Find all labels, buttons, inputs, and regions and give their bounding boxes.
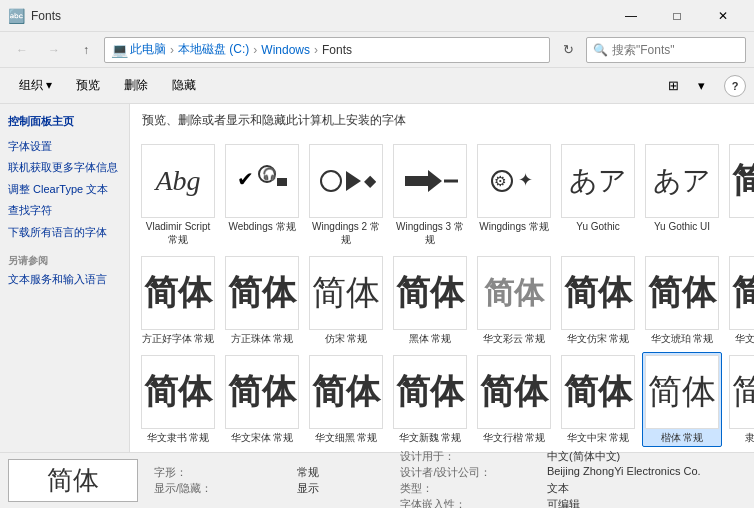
font-preview-box: あア <box>561 144 635 218</box>
font-preview-box: 简体 <box>309 256 383 330</box>
font-name-label: 方正好字体 常规 <box>142 332 215 345</box>
font-preview-box: ⚙ ✦ <box>477 144 551 218</box>
svg-marker-7 <box>405 170 442 192</box>
font-item[interactable]: 简体隶书 常规 <box>726 352 754 447</box>
font-name-label: 华文中宋 常规 <box>567 431 630 444</box>
font-item[interactable]: 简体仿宋 常规 <box>306 253 386 348</box>
content-area: 预览、删除或者显示和隐藏此计算机上安装的字体 AbgVladimir Scrip… <box>130 104 754 452</box>
breadcrumb-drive[interactable]: 本地磁盘 (C:) <box>178 41 249 58</box>
font-item[interactable]: 简体新宋体 常规 <box>306 451 386 452</box>
font-preview-box: 简体 <box>141 355 215 429</box>
type-value: 文本 <box>547 481 746 496</box>
breadcrumb-icon: 💻 <box>111 42 128 58</box>
svg-text:◆: ◆ <box>364 172 376 189</box>
font-preview-box: 简体 <box>393 355 467 429</box>
font-name-label: Vladimir Script 常规 <box>141 220 215 246</box>
font-item[interactable]: 简体华文中宋 常规 <box>558 352 638 447</box>
font-preview-box: 简体 <box>729 144 754 218</box>
font-item[interactable]: 简体方正好字体 常规 <box>138 253 218 348</box>
forward-button[interactable]: → <box>40 36 68 64</box>
delete-button[interactable]: 删除 <box>113 73 159 99</box>
breadcrumb-windows[interactable]: Windows <box>261 43 310 57</box>
view-options: ⊞ ▾ <box>660 73 714 99</box>
font-item[interactable]: 简体华文隶书 常规 <box>138 352 218 447</box>
back-button[interactable]: ← <box>8 36 36 64</box>
font-item[interactable]: あアYu Gothic UI <box>642 141 722 249</box>
font-preview-box: 简体 <box>225 355 299 429</box>
font-item[interactable]: AbgVladimir Script 常规 <box>138 141 218 249</box>
font-name-label: 华文细黑 常规 <box>315 431 378 444</box>
font-name-label: 隶书 常规 <box>745 431 754 444</box>
font-item[interactable]: ✔ 🎧 Webdings 常规 <box>222 141 302 249</box>
close-button[interactable]: ✕ <box>700 0 746 32</box>
type-label: 类型： <box>400 481 536 496</box>
font-item[interactable]: 简体宋体 常规 <box>138 451 218 452</box>
font-item[interactable]: あアYu Gothic <box>558 141 638 249</box>
font-preview-box: 简体 <box>225 256 299 330</box>
permissions-value: 可编辑 <box>547 497 746 508</box>
preview-name-label: 字形： <box>154 465 277 480</box>
font-name-label: Yu Gothic <box>576 220 619 233</box>
font-name-label: 楷体 常规 <box>661 431 704 444</box>
font-name-label: 华文行楷 常规 <box>483 431 546 444</box>
font-item[interactable]: 简体微软雅黑 <box>222 451 302 452</box>
minimize-button[interactable]: — <box>608 0 654 32</box>
hide-button[interactable]: 隐藏 <box>161 73 207 99</box>
search-input[interactable] <box>612 43 739 57</box>
preview-panel: 简体 字形： 常规 显示/隐藏： 显示 设计用于： 中文(简体中文) 设计者/设… <box>0 452 754 508</box>
font-item[interactable]: 简体华文琥珀 常规 <box>642 253 722 348</box>
font-item[interactable]: 简体华文宋体 常规 <box>222 352 302 447</box>
font-item[interactable]: 简体黑体 常规 <box>390 253 470 348</box>
font-item[interactable]: Wingdings 3 常规 <box>390 141 470 249</box>
maximize-button[interactable]: □ <box>654 0 700 32</box>
help-button[interactable]: ? <box>724 75 746 97</box>
font-name-label: 华文彩云 常规 <box>483 332 546 345</box>
font-item[interactable]: 简体华文楷体 常规 <box>726 253 754 348</box>
svg-text:✔: ✔ <box>237 168 254 190</box>
font-preview-box: あア <box>645 144 719 218</box>
font-preview-box: 简体 <box>141 256 215 330</box>
up-button[interactable]: ↑ <box>72 36 100 64</box>
organize-button[interactable]: 组织 ▾ <box>8 73 63 99</box>
svg-text:⚙: ⚙ <box>494 173 507 189</box>
font-item[interactable]: 简体等线 <box>726 141 754 249</box>
font-item[interactable]: 简体华文行楷 常规 <box>474 352 554 447</box>
content-header: 预览、删除或者显示和隐藏此计算机上安装的字体 <box>130 104 754 133</box>
svg-point-4 <box>321 171 341 191</box>
sidebar-link-0[interactable]: 字体设置 <box>8 139 121 154</box>
font-item[interactable]: 简体楷体 常规 <box>642 352 722 447</box>
refresh-button[interactable]: ↻ <box>554 36 582 64</box>
font-name-label: Yu Gothic UI <box>654 220 710 233</box>
font-preview-box: ◆ <box>309 144 383 218</box>
sidebar-also-title: 另请参阅 <box>8 254 121 268</box>
view-dropdown[interactable]: ▾ <box>688 73 714 99</box>
font-item[interactable]: 简体华文新魏 常规 <box>390 352 470 447</box>
breadcrumb-pc[interactable]: 此电脑 <box>130 41 166 58</box>
font-item[interactable]: 简体华文细黑 常规 <box>306 352 386 447</box>
font-name-label: Wingdings 2 常规 <box>309 220 383 246</box>
view-large-icon[interactable]: ⊞ <box>660 73 686 99</box>
font-item[interactable]: 简体华文彩云 常规 <box>474 253 554 348</box>
svg-rect-3 <box>277 178 287 186</box>
permissions-label: 字体嵌入性： <box>400 497 536 508</box>
sidebar-link-4[interactable]: 下载所有语言的字体 <box>8 225 121 240</box>
sidebar-link-3[interactable]: 查找字符 <box>8 203 121 218</box>
font-preview-box: 简体 <box>645 355 719 429</box>
breadcrumb-fonts: Fonts <box>322 43 352 57</box>
font-name-label: 仿宋 常规 <box>325 332 368 345</box>
font-item[interactable]: 简体方正珠体 常规 <box>222 253 302 348</box>
font-name-label: 华文琥珀 常规 <box>651 332 714 345</box>
preview-button[interactable]: 预览 <box>65 73 111 99</box>
sidebar-link-2[interactable]: 调整 ClearType 文本 <box>8 182 121 197</box>
sidebar-link-1[interactable]: 联机获取更多字体信息 <box>8 160 121 175</box>
font-preview-box: 简体 <box>729 256 754 330</box>
search-icon: 🔍 <box>593 43 608 57</box>
sidebar-home[interactable]: 控制面板主页 <box>8 114 121 129</box>
font-item[interactable]: ◆ Wingdings 2 常规 <box>306 141 386 249</box>
sidebar-also-link-0[interactable]: 文本服务和输入语言 <box>8 272 121 287</box>
font-preview-box: 简体 <box>393 256 467 330</box>
preview-size-label: 显示/隐藏： <box>154 481 277 496</box>
toolbar: 组织 ▾ 预览 删除 隐藏 ⊞ ▾ ? <box>0 68 754 104</box>
font-item[interactable]: 简体华文仿宋 常规 <box>558 253 638 348</box>
font-item[interactable]: ⚙ ✦ Wingdings 常规 <box>474 141 554 249</box>
